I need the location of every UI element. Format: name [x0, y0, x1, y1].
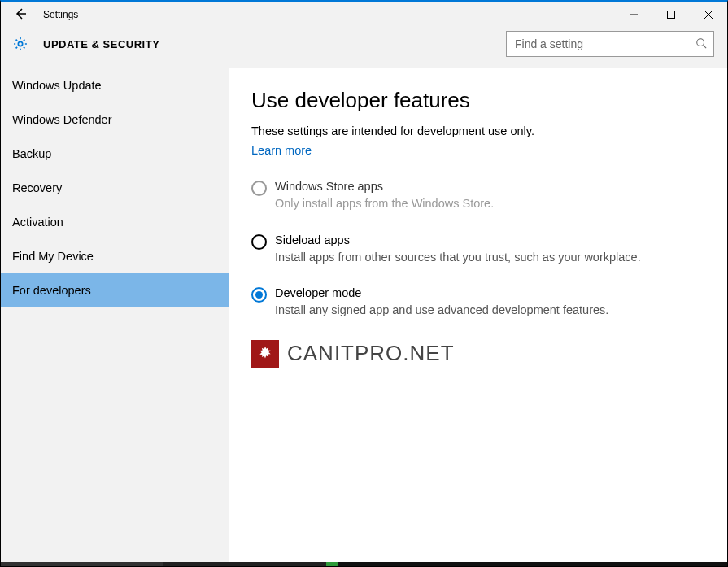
- sidebar-item-label: Backup: [12, 147, 51, 160]
- minimize-icon: [630, 8, 638, 21]
- gear-icon: [12, 36, 28, 52]
- svg-rect-0: [668, 11, 675, 19]
- titlebar: Settings: [1, 2, 727, 28]
- search-input[interactable]: [513, 37, 695, 51]
- page-heading: Use developer features: [251, 88, 698, 113]
- sidebar-item-label: Recovery: [12, 181, 62, 194]
- radio-title: Sideload apps: [275, 233, 698, 246]
- radio-dot-icon: [255, 291, 263, 299]
- sidebar-item-for-developers[interactable]: For developers: [1, 273, 229, 307]
- maximize-icon: [667, 8, 675, 21]
- search-box[interactable]: [506, 31, 714, 57]
- radio-description: Install apps from other sources that you…: [275, 250, 698, 266]
- taskbar: [1, 562, 727, 566]
- window-title: Settings: [43, 9, 78, 20]
- close-button[interactable]: [690, 2, 727, 28]
- sidebar-item-label: Windows Defender: [12, 113, 112, 126]
- radio-option-developer-mode[interactable]: Developer mode Install any signed app an…: [251, 286, 698, 319]
- sidebar-item-label: Find My Device: [12, 250, 94, 263]
- intro-text: These settings are intended for developm…: [251, 124, 698, 137]
- sidebar-item-windows-defender[interactable]: Windows Defender: [1, 102, 229, 137]
- sidebar-item-recovery[interactable]: Recovery: [1, 171, 229, 205]
- maximize-button[interactable]: [652, 2, 690, 28]
- search-icon: [695, 37, 707, 51]
- settings-window: Settings UPDATE & SECURITY: [0, 0, 728, 567]
- header-title: UPDATE & SECURITY: [43, 38, 159, 50]
- svg-point-1: [18, 41, 22, 46]
- sidebar-item-backup[interactable]: Backup: [1, 137, 229, 171]
- watermark-text: CANITPRO.NET: [287, 341, 455, 366]
- svg-point-2: [697, 38, 704, 46]
- arrow-left-icon: [14, 7, 27, 23]
- sidebar-item-label: For developers: [12, 284, 91, 297]
- maple-leaf-icon: [251, 340, 279, 368]
- radio-circle-icon: [251, 234, 267, 250]
- radio-circle-icon: [251, 181, 267, 196]
- minimize-button[interactable]: [615, 2, 652, 28]
- sidebar-item-activation[interactable]: Activation: [1, 205, 229, 239]
- header: UPDATE & SECURITY: [1, 28, 727, 68]
- radio-circle-icon: [251, 287, 267, 303]
- radio-description: Install any signed app and use advanced …: [275, 303, 698, 319]
- close-icon: [704, 8, 713, 21]
- sidebar-item-label: Windows Update: [12, 79, 102, 92]
- radio-description: Only install apps from the Windows Store…: [275, 196, 698, 212]
- watermark: CANITPRO.NET: [251, 340, 698, 368]
- content-area: Use developer features These settings ar…: [229, 68, 727, 562]
- back-button[interactable]: [1, 2, 40, 28]
- radio-option-sideload-apps[interactable]: Sideload apps Install apps from other so…: [251, 233, 698, 266]
- sidebar-item-label: Activation: [12, 216, 63, 229]
- sidebar-item-windows-update[interactable]: Windows Update: [1, 68, 229, 102]
- learn-more-link[interactable]: Learn more: [251, 144, 312, 157]
- radio-option-windows-store-apps[interactable]: Windows Store apps Only install apps fro…: [251, 180, 698, 212]
- sidebar: Windows Update Windows Defender Backup R…: [1, 68, 229, 562]
- sidebar-item-find-my-device[interactable]: Find My Device: [1, 239, 229, 273]
- radio-title: Developer mode: [275, 286, 698, 299]
- radio-title: Windows Store apps: [275, 180, 698, 193]
- body: Windows Update Windows Defender Backup R…: [1, 68, 727, 562]
